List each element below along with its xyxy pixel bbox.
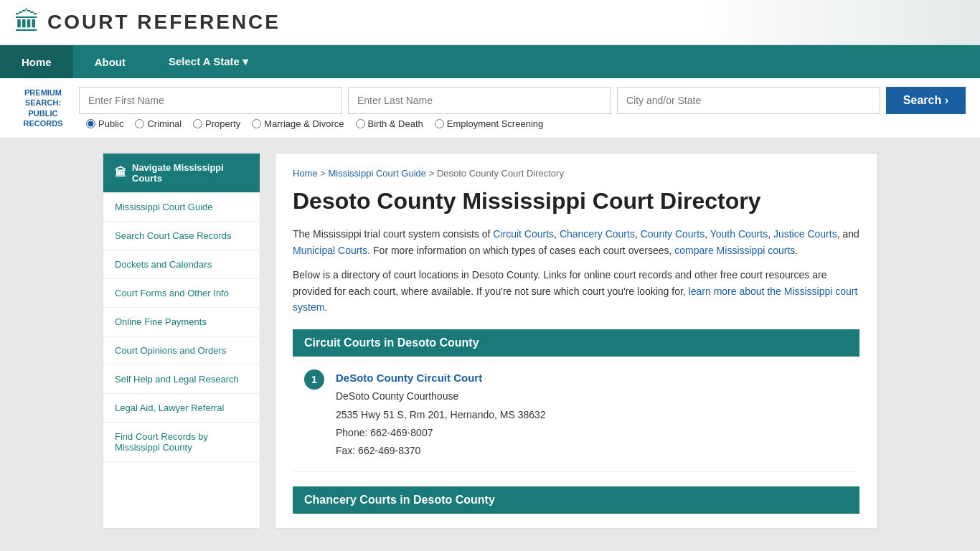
intro-paragraph-1: The Mississippi trial court system consi… bbox=[293, 226, 859, 258]
sidebar-item-dockets[interactable]: Dockets and Calendars bbox=[103, 250, 260, 279]
site-title: COURT REFERENCE bbox=[47, 11, 281, 34]
radio-criminal[interactable]: Criminal bbox=[135, 118, 182, 129]
court-number-1: 1 bbox=[304, 369, 324, 390]
sidebar-item-self-help[interactable]: Self Help and Legal Research bbox=[103, 365, 260, 394]
logo-area[interactable]: 🏛 COURT REFERENCE bbox=[14, 7, 281, 37]
search-label: PREMIUM SEARCH: PUBLIC RECORDS bbox=[14, 88, 72, 128]
link-county-courts[interactable]: County Courts bbox=[641, 228, 705, 240]
breadcrumb-current: Desoto County Court Directory bbox=[437, 168, 564, 179]
breadcrumb-home[interactable]: Home bbox=[293, 168, 318, 179]
city-state-input[interactable] bbox=[617, 87, 880, 114]
site-header: 🏛 COURT REFERENCE bbox=[0, 0, 980, 45]
page-title: Desoto County Mississippi Court Director… bbox=[293, 187, 859, 215]
court-phone-1: Phone: 662-469-8007 bbox=[336, 424, 546, 442]
court-name-1: DeSoto County Circuit Court bbox=[336, 368, 546, 387]
radio-property[interactable]: Property bbox=[193, 118, 240, 129]
link-circuit-courts[interactable]: Circuit Courts bbox=[493, 228, 554, 240]
sidebar-building-icon: 🏛 bbox=[115, 166, 126, 179]
search-inputs: Search › bbox=[79, 87, 966, 114]
breadcrumb: Home > Mississippi Court Guide > Desoto … bbox=[293, 168, 859, 179]
link-learn-more[interactable]: learn more about the Mississippi court s… bbox=[293, 286, 857, 313]
sidebar-item-fine-payments[interactable]: Online Fine Payments bbox=[103, 308, 260, 336]
sidebar-item-find-records[interactable]: Find Court Records by Mississippi County bbox=[103, 423, 260, 462]
main-container: 🏛 Navigate Mississippi Courts Mississipp… bbox=[95, 153, 885, 529]
nav-home[interactable]: Home bbox=[0, 45, 73, 78]
main-content: Home > Mississippi Court Guide > Desoto … bbox=[275, 153, 877, 529]
sidebar-item-court-guide[interactable]: Mississippi Court Guide bbox=[103, 193, 260, 222]
nav-select-state[interactable]: Select A State ▾ bbox=[147, 45, 270, 78]
search-radio-group: Public Criminal Property Marriage & Divo… bbox=[86, 118, 966, 129]
link-municipal-courts[interactable]: Municipal Courts bbox=[293, 245, 367, 256]
link-compare-courts[interactable]: compare Mississippi courts bbox=[674, 245, 795, 256]
sidebar-item-forms[interactable]: Court Forms and Other Info bbox=[103, 279, 260, 308]
sidebar-item-navigate[interactable]: 🏛 Navigate Mississippi Courts bbox=[103, 154, 260, 193]
radio-birth[interactable]: Birth & Death bbox=[356, 118, 423, 129]
radio-marriage[interactable]: Marriage & Divorce bbox=[252, 118, 344, 129]
sidebar: 🏛 Navigate Mississippi Courts Mississipp… bbox=[103, 153, 260, 529]
nav-about[interactable]: About bbox=[73, 45, 147, 78]
circuit-courts-header: Circuit Courts in Desoto County bbox=[293, 329, 859, 357]
search-button[interactable]: Search › bbox=[886, 87, 966, 114]
court-entry-1: 1 DeSoto County Circuit Court DeSoto Cou… bbox=[293, 357, 859, 472]
last-name-input[interactable] bbox=[348, 87, 611, 114]
sidebar-item-opinions[interactable]: Court Opinions and Orders bbox=[103, 336, 260, 365]
header-background bbox=[693, 0, 980, 44]
link-youth-courts[interactable]: Youth Courts bbox=[710, 228, 768, 240]
court-address-line2-1: 2535 Hwy 51 S, Rm 201, Hernando, MS 3863… bbox=[336, 406, 546, 424]
link-justice-courts[interactable]: Justice Courts bbox=[773, 228, 837, 240]
main-nav: Home About Select A State ▾ bbox=[0, 45, 980, 78]
court-details-1: DeSoto County Circuit Court DeSoto Count… bbox=[336, 368, 546, 460]
building-icon: 🏛 bbox=[14, 7, 40, 37]
breadcrumb-guide[interactable]: Mississippi Court Guide bbox=[329, 168, 427, 179]
court-fax-1: Fax: 662-469-8370 bbox=[336, 442, 546, 460]
first-name-input[interactable] bbox=[79, 87, 342, 114]
radio-public[interactable]: Public bbox=[86, 118, 123, 129]
court-name-link-1[interactable]: DeSoto County Circuit Court bbox=[336, 372, 482, 384]
link-chancery-courts[interactable]: Chancery Courts bbox=[560, 228, 635, 240]
search-bar: PREMIUM SEARCH: PUBLIC RECORDS Search › … bbox=[0, 78, 980, 138]
radio-employment[interactable]: Employment Screening bbox=[435, 118, 543, 129]
sidebar-item-legal-aid[interactable]: Legal Aid, Lawyer Referral bbox=[103, 394, 260, 423]
chancery-courts-header: Chancery Courts in Desoto County bbox=[293, 486, 859, 514]
court-address-line1-1: DeSoto County Courthouse bbox=[336, 387, 546, 405]
intro-paragraph-2: Below is a directory of court locations … bbox=[293, 267, 859, 315]
sidebar-item-case-records[interactable]: Search Court Case Records bbox=[103, 222, 260, 250]
